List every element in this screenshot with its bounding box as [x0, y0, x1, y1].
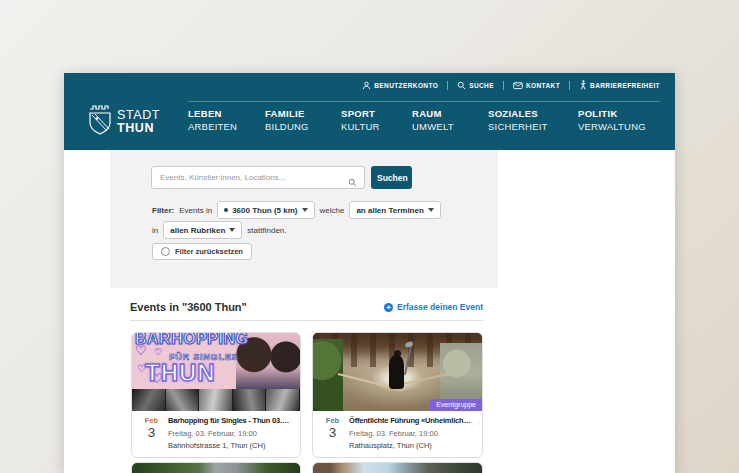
event-location: Bahnhofstrasse 1, Thun (CH) — [168, 441, 292, 450]
event-card-info: Feb 3 Barhopping für Singles - Thun 03.0… — [132, 411, 300, 450]
location-select[interactable]: 3600 Thun (5 km) — [217, 201, 314, 219]
filter-row-2: in allen Rubriken stattfinden. — [152, 221, 287, 239]
cloaked-figure — [389, 355, 404, 389]
user-icon — [362, 81, 371, 90]
nav-label: BILDUNG — [265, 120, 326, 133]
topbar: BENUTZERKONTO SUCHE KONTAKT — [362, 80, 660, 90]
event-title: Öffentlichte Führung «Unheimliches T… — [349, 416, 474, 426]
topbar-label: BARRIEREFREIHEIT — [590, 82, 660, 89]
event-date: Feb 3 — [142, 416, 161, 450]
event-location: Rathausplatz, Thun (CH) — [349, 441, 474, 450]
nav-label: FAMILIE — [265, 107, 326, 120]
event-card-barhopping[interactable]: ♡ ♡ ♡ ♡ BARHOPPING FÜR SINGLES THUN — [131, 332, 301, 458]
events-divider — [130, 320, 483, 321]
date-select-value: an allen Terminen — [356, 206, 423, 215]
event-image-partial — [313, 463, 482, 473]
nav-label: SICHERHEIT — [488, 120, 563, 133]
filter-connector-text: in — [152, 226, 158, 235]
nav-label: UMWELT — [412, 120, 473, 133]
search-icon — [457, 81, 466, 90]
event-datetime: Freitag, 03. Februar, 19:00 — [168, 429, 292, 438]
topbar-divider — [503, 81, 504, 90]
filter-connector-text: welche — [320, 206, 345, 215]
nav-label: POLITIK — [578, 107, 658, 120]
event-date: Feb 3 — [323, 416, 342, 450]
event-day: 3 — [323, 425, 342, 440]
event-day: 3 — [142, 425, 161, 440]
event-month: Feb — [323, 416, 342, 425]
filter-reset-button[interactable]: Filter zurücksetzen — [152, 243, 252, 260]
logo-text: STADT THUN — [117, 109, 160, 135]
stadt-thun-logo[interactable]: STADT THUN — [88, 104, 160, 140]
chevron-down-icon — [229, 228, 235, 232]
add-event-link[interactable]: + Erfasse deinen Event — [384, 302, 483, 312]
heart-icon: ♡ — [154, 347, 162, 357]
topbar-barrierefreiheit[interactable]: BARRIEREFREIHEIT — [579, 80, 660, 90]
event-month: Feb — [142, 416, 161, 425]
topbar-suche[interactable]: SUCHE — [457, 81, 494, 90]
topbar-divider — [569, 81, 570, 90]
mail-icon — [513, 81, 523, 90]
filter-suffix-text: stattfinden. — [247, 226, 286, 235]
nav-label: RAUM — [412, 107, 473, 120]
event-title: Barhopping für Singles - Thun 03.02.23 — [168, 416, 292, 426]
date-select[interactable]: an allen Terminen — [349, 201, 440, 219]
poster-text: BARHOPPING — [135, 333, 248, 348]
location-select-value: 3600 Thun (5 km) — [232, 206, 297, 215]
rubric-select-value: allen Rubriken — [170, 226, 225, 235]
topbar-label: SUCHE — [469, 82, 494, 89]
nav-label: SOZIALES — [488, 107, 563, 120]
topbar-kontakt[interactable]: KONTAKT — [513, 81, 560, 90]
header-divider — [188, 101, 660, 102]
location-dot-icon — [224, 208, 228, 212]
nav-raum-umwelt[interactable]: RAUM UMWELT — [412, 107, 473, 133]
topbar-benutzerkonto[interactable]: BENUTZERKONTO — [362, 81, 438, 90]
logo-line2: THUN — [117, 121, 154, 135]
plus-circle-icon: + — [384, 303, 393, 312]
poster-text: THUN — [145, 359, 216, 387]
browser-viewport: BENUTZERKONTO SUCHE KONTAKT — [64, 73, 675, 473]
nav-familie-bildung[interactable]: FAMILIE BILDUNG — [265, 107, 326, 133]
crest-icon — [88, 104, 112, 140]
events-heading: Events in "3600 Thun" — [130, 301, 247, 313]
event-image-bridge-walkway: Eventgruppe — [313, 333, 482, 411]
event-image-partial — [132, 463, 300, 473]
chevron-down-icon — [302, 208, 308, 212]
search-icon — [348, 173, 357, 191]
filter-intro-text: Events in — [179, 206, 212, 215]
poster-background: ♡ ♡ ♡ ♡ BARHOPPING FÜR SINGLES THUN — [132, 333, 300, 411]
event-card-fuehrung[interactable]: Eventgruppe Feb 3 Öffentlichte Führung «… — [312, 332, 483, 458]
topbar-label: BENUTZERKONTO — [374, 82, 438, 89]
event-card-partial[interactable] — [131, 462, 301, 473]
main-navigation: LEBEN ARBEITEN FAMILIE BILDUNG SPORT KUL… — [188, 107, 658, 133]
eventgruppe-badge: Eventgruppe — [430, 399, 482, 411]
nav-soziales-sicherheit[interactable]: SOZIALES SICHERHEIT — [488, 107, 563, 133]
event-filter-panel: Suchen Filter: Events in 3600 Thun (5 km… — [110, 150, 498, 288]
filter-label: Filter: — [152, 206, 174, 215]
search-button[interactable]: Suchen — [371, 166, 412, 189]
add-event-label: Erfasse deinen Event — [397, 302, 483, 312]
event-card-list-row2 — [131, 462, 483, 473]
event-datetime: Freitag, 03. Februar, 19:00 — [349, 429, 474, 438]
nav-politik-verwaltung[interactable]: POLITIK VERWALTUNG — [578, 107, 658, 133]
event-card-list: ♡ ♡ ♡ ♡ BARHOPPING FÜR SINGLES THUN — [131, 332, 483, 458]
filter-row-1: Filter: Events in 3600 Thun (5 km) welch… — [152, 201, 441, 219]
topbar-label: KONTAKT — [526, 82, 560, 89]
accessibility-icon — [579, 80, 587, 90]
desktop-background: BENUTZERKONTO SUCHE KONTAKT — [0, 0, 739, 473]
nav-label: LEBEN — [188, 107, 250, 120]
nav-label: VERWALTUNG — [578, 120, 658, 133]
events-section-header: Events in "3600 Thun" + Erfasse deinen E… — [130, 301, 483, 313]
event-image-barhopping-poster: ♡ ♡ ♡ ♡ BARHOPPING FÜR SINGLES THUN — [132, 333, 300, 411]
poster-photo-strip — [132, 389, 300, 411]
nav-sport-kultur[interactable]: SPORT KULTUR — [341, 107, 397, 133]
reset-label: Filter zurücksetzen — [175, 247, 243, 256]
reset-icon — [161, 247, 170, 256]
nav-label: SPORT — [341, 107, 397, 120]
chevron-down-icon — [428, 208, 434, 212]
nav-leben-arbeiten[interactable]: LEBEN ARBEITEN — [188, 107, 250, 133]
event-card-partial[interactable] — [312, 462, 483, 473]
event-text: Öffentlichte Führung «Unheimliches T… Fr… — [349, 416, 474, 450]
event-search-input[interactable] — [151, 166, 365, 189]
rubric-select[interactable]: allen Rubriken — [163, 221, 242, 239]
